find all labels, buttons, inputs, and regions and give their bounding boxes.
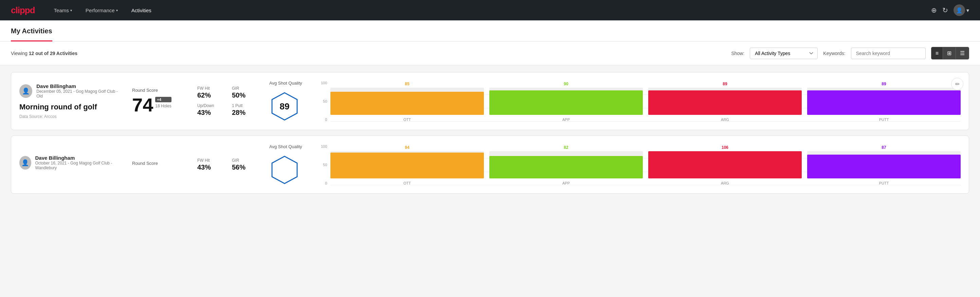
stat-value: 43% (197, 163, 224, 171)
refresh-icon[interactable]: ↻ (942, 6, 948, 14)
stats-section: FW Hit 43% GIR 56% (197, 158, 258, 171)
user-info: 👤 Dave Billingham October 16, 2021 - Gog… (19, 155, 121, 170)
score-number: 74 (132, 96, 153, 115)
dense-list-view-button[interactable]: ≡ (931, 47, 943, 59)
brand-name: clippd (11, 5, 35, 15)
bar-group-app: 82 APP (489, 145, 643, 185)
shot-quality-section: Avg Shot Quality 89 (269, 81, 310, 121)
hexagon-container (269, 155, 300, 185)
bar-group-putt: 87 PUTT (807, 145, 961, 185)
bar-fill-putt (807, 90, 961, 115)
filter-bar: Viewing 12 out of 29 Activities Show: Al… (0, 42, 980, 65)
holes-text: 18 Holes (155, 104, 171, 109)
user-date: October 16, 2021 - Gog Magog Golf Club -… (35, 161, 121, 170)
avg-shot-quality-label: Avg Shot Quality (269, 144, 302, 149)
nav-performance[interactable]: Performance ▾ (80, 5, 123, 16)
edit-button[interactable]: ✏ (951, 78, 963, 90)
bar-value-ott: 94 (405, 145, 409, 150)
teams-chevron-icon: ▾ (70, 8, 72, 12)
stat-gir: GIR 56% (232, 158, 258, 171)
round-score-section: Round Score 74 +4 18 Holes (132, 88, 186, 115)
stat-updown: Up/Down 43% (197, 103, 224, 117)
bar-fill-app (489, 90, 643, 115)
bar-group-ott: 94 OTT (330, 145, 484, 185)
avatar-person-icon: 👤 (22, 87, 30, 95)
activity-card: 👤 Dave Billingham December 05, 2021 - Go… (11, 72, 969, 130)
show-label: Show: (731, 51, 745, 56)
bar-value-arg: 89 (722, 81, 727, 86)
stat-value: 62% (197, 91, 224, 99)
nav-actions: ⊕ ↻ 👤 ▾ (931, 5, 969, 16)
page-header: My Activities (0, 21, 980, 42)
performance-chevron-icon: ▾ (116, 8, 118, 12)
stat-gir: GIR 50% (232, 86, 258, 99)
bar-fill-app (489, 156, 643, 179)
stat-label: GIR (232, 158, 258, 163)
search-input[interactable] (851, 48, 926, 59)
shot-quality-section: Avg Shot Quality (269, 144, 310, 185)
list-view-button[interactable]: ☰ (956, 47, 969, 59)
activity-type-select[interactable]: All Activity Types (750, 48, 818, 59)
bar-value-app: 82 (564, 145, 568, 150)
bar-value-arg: 106 (722, 145, 729, 150)
bar-group-arg: 89 ARG (648, 81, 802, 121)
bar-fill-putt (807, 155, 961, 179)
stat-label: FW Hit (197, 158, 224, 163)
stat-fw-hit: FW Hit 62% (197, 86, 224, 99)
grid-view-button[interactable]: ⊞ (943, 47, 956, 59)
stats-section: FW Hit 62% GIR 50% Up/Down 43% 1 Putt 28… (197, 86, 258, 117)
navbar: clippd Teams ▾ Performance ▾ Activities … (0, 0, 980, 21)
stat-label: Up/Down (197, 103, 224, 108)
user-name: Dave Billingham (35, 155, 121, 161)
avatar-person-icon: 👤 (21, 159, 29, 166)
bar-fill-arg (648, 90, 802, 115)
bar-group-arg: 106 ARG (648, 145, 802, 185)
stats-grid: FW Hit 62% GIR 50% Up/Down 43% 1 Putt 28… (197, 86, 258, 117)
activity-card: 👤 Dave Billingham October 16, 2021 - Gog… (11, 136, 969, 194)
card-left: 👤 Dave Billingham December 05, 2021 - Go… (19, 83, 121, 119)
avatar: 👤 (19, 156, 31, 169)
stat-value: 50% (232, 91, 258, 99)
hexagon: 89 (269, 91, 300, 121)
brand-logo[interactable]: clippd (11, 5, 35, 16)
bar-value-putt: 87 (881, 145, 886, 150)
hexagon-value: 89 (280, 101, 290, 112)
round-score-section: Round Score (132, 161, 186, 169)
hexagon-container: 89 (269, 91, 300, 121)
bar-chart-section: 100 50 0 85 OTT (321, 81, 961, 121)
bar-value-putt: 89 (881, 81, 886, 86)
stat-value: 28% (232, 109, 258, 117)
bar-fill-ott (330, 92, 484, 115)
chart-y-labels: 100 50 0 (321, 81, 327, 121)
page-title: My Activities (11, 21, 52, 42)
bar-chart-section: 100 50 0 94 OTT (321, 144, 961, 185)
round-score-label: Round Score (132, 88, 186, 93)
user-name: Dave Billingham (37, 83, 121, 89)
activity-title: Morning round of golf (19, 103, 121, 112)
score-display: 74 +4 18 Holes (132, 96, 186, 115)
nav-activities[interactable]: Activities (126, 5, 157, 16)
user-date: December 05, 2021 - Gog Magog Golf Club … (37, 89, 121, 99)
avatar-icon: 👤 (956, 7, 963, 14)
viewing-count: Viewing 12 out of 29 Activities (11, 51, 725, 56)
user-menu[interactable]: 👤 ▾ (953, 5, 969, 16)
bar-value-ott: 85 (405, 81, 409, 86)
bar-fill-arg (648, 151, 802, 179)
nav-links: Teams ▾ Performance ▾ Activities (49, 5, 931, 16)
stat-value: 56% (232, 163, 258, 171)
keywords-label: Keywords: (823, 51, 845, 56)
nav-teams[interactable]: Teams ▾ (49, 5, 78, 16)
svg-marker-1 (272, 156, 297, 184)
avatar: 👤 (19, 84, 32, 98)
card-left: 👤 Dave Billingham October 16, 2021 - Gog… (19, 155, 121, 174)
bar-fill-ott (330, 153, 484, 178)
avg-shot-quality-label: Avg Shot Quality (269, 81, 302, 86)
add-icon[interactable]: ⊕ (931, 6, 937, 14)
avatar: 👤 (953, 5, 965, 16)
score-badge: +4 (155, 97, 171, 102)
hexagon (269, 155, 300, 185)
bar-value-app: 90 (564, 81, 568, 86)
stat-value: 43% (197, 109, 224, 117)
bar-group-ott: 85 OTT (330, 81, 484, 121)
stat-1putt: 1 Putt 28% (232, 103, 258, 117)
